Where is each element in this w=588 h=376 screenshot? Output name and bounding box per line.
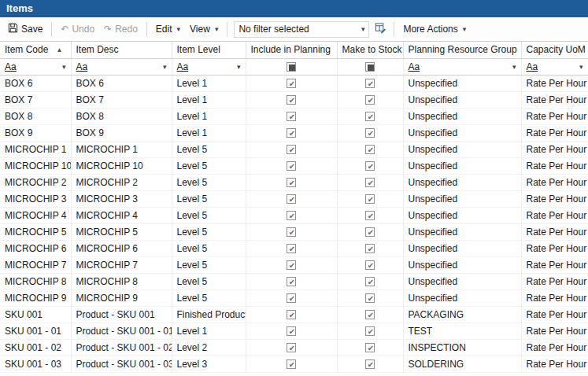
include-in-planning-checkbox[interactable]	[287, 211, 296, 220]
checkbox-filter-indeterminate[interactable]	[287, 62, 296, 72]
item-level-cell: Level 5	[172, 273, 246, 289]
filter-planning-resource-group[interactable]: Aa▾	[403, 58, 521, 75]
table-row[interactable]: SKU 001Product - SKU 001Finished Product…	[0, 306, 588, 323]
table-row[interactable]: MICROCHIP 1MICROCHIP 1Level 5Unspecified…	[0, 141, 588, 157]
column-header-capacity-uom[interactable]: Capacity UoM	[521, 42, 588, 58]
text-filter-icon[interactable]: Aa	[5, 61, 17, 72]
include-in-planning-checkbox[interactable]	[287, 161, 296, 171]
filter-item-desc[interactable]: Aa▾	[71, 58, 172, 75]
include-in-planning-checkbox[interactable]	[287, 112, 296, 121]
make-to-stock-checkbox[interactable]	[365, 161, 375, 171]
edit-menu-button[interactable]: Edit ▾	[151, 21, 185, 37]
table-row[interactable]: SKU 001 - 02Product - SKU 001 - 02Level …	[0, 339, 588, 356]
make-to-stock-checkbox[interactable]	[365, 79, 375, 88]
make-to-stock-checkbox[interactable]	[365, 112, 375, 121]
filter-include-in-planning[interactable]	[246, 58, 337, 75]
include-in-planning-checkbox[interactable]	[287, 359, 296, 369]
column-header-include-in-planning[interactable]: Include in Planning	[246, 42, 337, 58]
checkbox-filter-indeterminate[interactable]	[365, 62, 375, 72]
column-header-item-desc[interactable]: Item Desc	[71, 42, 172, 58]
table-row[interactable]: BOX 7BOX 7Level 1UnspecifiedRate Per Hou…	[0, 91, 588, 108]
chevron-down-icon[interactable]: ▾	[512, 63, 516, 71]
table-row[interactable]: MICROCHIP 6MICROCHIP 6Level 5Unspecified…	[0, 240, 588, 256]
filter-make-to-stock[interactable]	[337, 58, 403, 75]
table-row[interactable]: MICROCHIP 3MICROCHIP 3Level 5Unspecified…	[0, 190, 588, 207]
edit-filter-button[interactable]	[372, 20, 390, 38]
make-to-stock-checkbox[interactable]	[365, 326, 375, 336]
item-level-cell: Level 5	[172, 207, 246, 223]
chevron-down-icon[interactable]: ▾	[163, 63, 167, 71]
include-in-planning-checkbox-cell	[246, 91, 337, 108]
table-row[interactable]: SKU 001 - 01Product - SKU 001 - 01Level …	[0, 323, 588, 339]
filter-item-code[interactable]: Aa▾	[0, 58, 71, 75]
undo-button[interactable]: ↶ Undo	[56, 21, 99, 37]
column-header-planning-resource-group[interactable]: Planning Resource Group	[403, 42, 521, 58]
item-code-cell: MICROCHIP 5	[0, 223, 71, 240]
table-row[interactable]: BOX 8BOX 8Level 1UnspecifiedRate Per Hou…	[0, 108, 588, 124]
table-row[interactable]: SKU 001 - 03Product - SKU 001 - 03Level …	[0, 356, 588, 372]
text-filter-icon[interactable]: Aa	[177, 61, 189, 72]
make-to-stock-checkbox-cell	[337, 207, 403, 223]
make-to-stock-checkbox[interactable]	[365, 293, 375, 303]
capacity-uom-cell: Rate Per Hour	[521, 108, 588, 124]
make-to-stock-checkbox[interactable]	[365, 343, 375, 352]
table-row[interactable]: MICROCHIP 10MICROCHIP 10Level 5Unspecifi…	[0, 157, 588, 174]
make-to-stock-checkbox[interactable]	[365, 260, 375, 270]
include-in-planning-checkbox[interactable]	[287, 79, 296, 88]
include-in-planning-checkbox[interactable]	[287, 128, 296, 138]
filter-item-level[interactable]: Aa▾	[172, 58, 246, 75]
include-in-planning-checkbox[interactable]	[287, 244, 296, 253]
include-in-planning-checkbox[interactable]	[287, 310, 296, 319]
table-row[interactable]: BOX 9BOX 9Level 1UnspecifiedRate Per Hou…	[0, 124, 588, 141]
text-filter-icon[interactable]: Aa	[76, 61, 88, 72]
text-filter-icon[interactable]: Aa	[409, 61, 420, 72]
make-to-stock-checkbox[interactable]	[365, 95, 375, 105]
table-row[interactable]: BOX 6BOX 6Level 1UnspecifiedRate Per Hou…	[0, 75, 588, 91]
save-button[interactable]: Save	[3, 20, 47, 38]
include-in-planning-checkbox[interactable]	[287, 178, 296, 187]
more-actions-button[interactable]: More Actions ▾	[398, 21, 471, 37]
view-menu-button[interactable]: View ▾	[185, 21, 223, 37]
chevron-down-icon[interactable]: ▾	[579, 63, 583, 71]
chevron-down-icon[interactable]: ▾	[237, 63, 241, 71]
capacity-uom-cell: Rate Per Hour	[521, 174, 588, 190]
table-row[interactable]: MICROCHIP 4MICROCHIP 4Level 5Unspecified…	[0, 207, 588, 223]
make-to-stock-checkbox-cell	[337, 190, 403, 207]
include-in-planning-checkbox[interactable]	[287, 145, 296, 154]
make-to-stock-checkbox[interactable]	[365, 145, 375, 154]
filter-capacity-uom[interactable]: Aa▾	[521, 58, 588, 75]
chevron-down-icon[interactable]: ▾	[62, 63, 66, 71]
make-to-stock-checkbox[interactable]	[365, 211, 375, 220]
make-to-stock-checkbox[interactable]	[365, 244, 375, 253]
include-in-planning-checkbox[interactable]	[287, 277, 296, 286]
include-in-planning-checkbox[interactable]	[287, 260, 296, 270]
item-code-cell: MICROCHIP 2	[0, 174, 71, 190]
include-in-planning-checkbox-cell	[246, 356, 337, 372]
redo-button[interactable]: ↷ Redo	[99, 21, 142, 37]
table-row[interactable]: MICROCHIP 2MICROCHIP 2Level 5Unspecified…	[0, 174, 588, 190]
table-row[interactable]: MICROCHIP 7MICROCHIP 7Level 5Unspecified…	[0, 256, 588, 273]
include-in-planning-checkbox[interactable]	[287, 343, 296, 352]
include-in-planning-checkbox[interactable]	[287, 293, 296, 303]
capacity-uom-cell: Rate Per Hour	[521, 207, 588, 223]
table-row[interactable]: MICROCHIP 8MICROCHIP 8Level 5Unspecified…	[0, 273, 588, 289]
column-header-item-code[interactable]: Item Code ▲	[0, 42, 71, 58]
include-in-planning-checkbox[interactable]	[287, 194, 296, 204]
make-to-stock-checkbox[interactable]	[365, 128, 375, 138]
text-filter-icon[interactable]: Aa	[527, 61, 538, 72]
column-header-item-level[interactable]: Item Level	[172, 42, 246, 58]
table-row[interactable]: MICROCHIP 5MICROCHIP 5Level 5Unspecified…	[0, 223, 588, 240]
filter-select-combo[interactable]: No filter selected ▾	[234, 21, 369, 38]
item-code-cell: MICROCHIP 3	[0, 190, 71, 207]
include-in-planning-checkbox[interactable]	[287, 227, 296, 237]
make-to-stock-checkbox[interactable]	[365, 310, 375, 319]
column-header-make-to-stock[interactable]: Make to Stock	[337, 42, 403, 58]
make-to-stock-checkbox[interactable]	[365, 178, 375, 187]
make-to-stock-checkbox[interactable]	[365, 359, 375, 369]
make-to-stock-checkbox[interactable]	[365, 194, 375, 204]
make-to-stock-checkbox[interactable]	[365, 277, 375, 286]
include-in-planning-checkbox[interactable]	[287, 95, 296, 105]
include-in-planning-checkbox[interactable]	[287, 326, 296, 336]
make-to-stock-checkbox[interactable]	[365, 227, 375, 237]
table-row[interactable]: MICROCHIP 9MICROCHIP 9Level 5Unspecified…	[0, 289, 588, 306]
